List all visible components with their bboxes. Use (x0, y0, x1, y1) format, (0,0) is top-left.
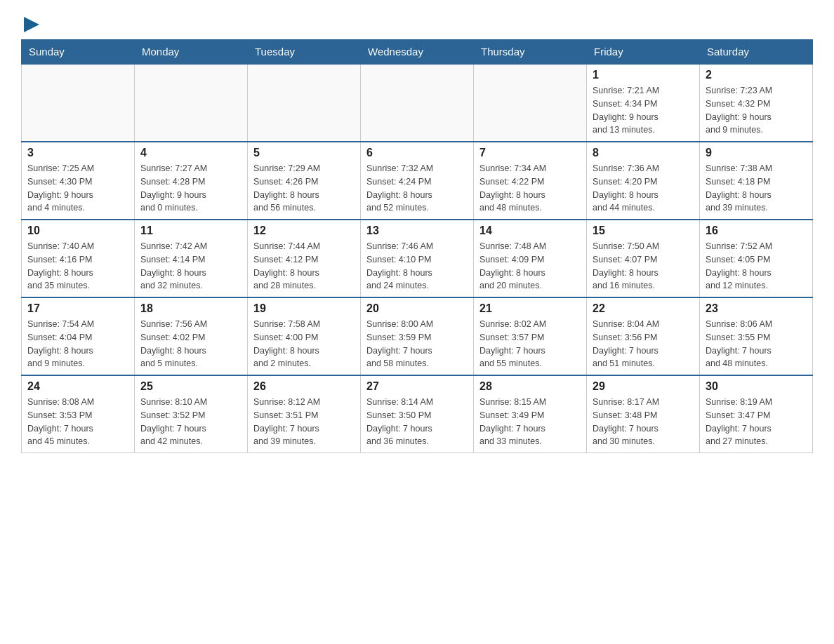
calendar-cell: 13Sunrise: 7:46 AM Sunset: 4:10 PM Dayli… (361, 220, 474, 297)
calendar-cell: 10Sunrise: 7:40 AM Sunset: 4:16 PM Dayli… (22, 220, 135, 297)
day-info: Sunrise: 8:02 AM Sunset: 3:57 PM Dayligh… (479, 318, 581, 370)
day-info: Sunrise: 7:36 AM Sunset: 4:20 PM Dayligh… (593, 162, 694, 215)
calendar-cell: 30Sunrise: 8:19 AM Sunset: 3:47 PM Dayli… (700, 375, 813, 453)
calendar-cell (248, 64, 361, 142)
day-info: Sunrise: 7:21 AM Sunset: 4:34 PM Dayligh… (593, 84, 694, 137)
day-number: 6 (366, 147, 468, 159)
day-number: 27 (366, 380, 468, 393)
day-number: 25 (140, 380, 241, 393)
calendar-cell: 29Sunrise: 8:17 AM Sunset: 3:48 PM Dayli… (587, 375, 700, 453)
day-number: 19 (253, 302, 355, 315)
calendar-week-row: 17Sunrise: 7:54 AM Sunset: 4:04 PM Dayli… (22, 297, 813, 375)
calendar-cell: 2Sunrise: 7:23 AM Sunset: 4:32 PM Daylig… (700, 64, 813, 142)
day-number: 23 (706, 302, 807, 315)
day-info: Sunrise: 8:04 AM Sunset: 3:56 PM Dayligh… (593, 318, 694, 370)
calendar-header-row: SundayMondayTuesdayWednesdayThursdayFrid… (22, 40, 813, 65)
day-info: Sunrise: 7:56 AM Sunset: 4:02 PM Dayligh… (140, 318, 241, 370)
day-info: Sunrise: 7:34 AM Sunset: 4:22 PM Dayligh… (479, 162, 581, 215)
calendar-cell (135, 64, 248, 142)
day-number: 10 (27, 224, 128, 237)
weekday-header-tuesday: Tuesday (248, 40, 361, 65)
weekday-header-monday: Monday (135, 40, 248, 65)
calendar-cell: 7Sunrise: 7:34 AM Sunset: 4:22 PM Daylig… (474, 142, 587, 220)
calendar-cell: 21Sunrise: 8:02 AM Sunset: 3:57 PM Dayli… (474, 297, 587, 375)
day-number: 20 (366, 302, 468, 315)
day-info: Sunrise: 7:38 AM Sunset: 4:18 PM Dayligh… (706, 162, 807, 215)
day-number: 2 (706, 69, 807, 81)
day-info: Sunrise: 8:19 AM Sunset: 3:47 PM Dayligh… (706, 396, 807, 448)
day-info: Sunrise: 7:42 AM Sunset: 4:14 PM Dayligh… (140, 240, 241, 293)
calendar-cell: 18Sunrise: 7:56 AM Sunset: 4:02 PM Dayli… (135, 297, 248, 375)
day-number: 12 (253, 224, 355, 237)
day-number: 16 (706, 224, 807, 237)
logo (21, 14, 39, 32)
day-number: 1 (593, 69, 694, 81)
calendar-table: SundayMondayTuesdayWednesdayThursdayFrid… (21, 39, 813, 453)
day-info: Sunrise: 7:48 AM Sunset: 4:09 PM Dayligh… (479, 240, 581, 293)
logo-arrow-icon (24, 17, 39, 32)
calendar-week-row: 3Sunrise: 7:25 AM Sunset: 4:30 PM Daylig… (22, 142, 813, 220)
day-number: 28 (479, 380, 581, 393)
day-number: 26 (253, 380, 355, 393)
calendar-cell: 23Sunrise: 8:06 AM Sunset: 3:55 PM Dayli… (700, 297, 813, 375)
calendar-cell: 12Sunrise: 7:44 AM Sunset: 4:12 PM Dayli… (248, 220, 361, 297)
day-number: 29 (593, 380, 694, 393)
day-info: Sunrise: 7:58 AM Sunset: 4:00 PM Dayligh… (253, 318, 355, 370)
day-info: Sunrise: 7:32 AM Sunset: 4:24 PM Dayligh… (366, 162, 468, 215)
calendar-cell: 5Sunrise: 7:29 AM Sunset: 4:26 PM Daylig… (248, 142, 361, 220)
day-info: Sunrise: 8:08 AM Sunset: 3:53 PM Dayligh… (27, 396, 128, 448)
calendar-week-row: 24Sunrise: 8:08 AM Sunset: 3:53 PM Dayli… (22, 375, 813, 453)
day-info: Sunrise: 7:23 AM Sunset: 4:32 PM Dayligh… (706, 84, 807, 137)
calendar-cell: 26Sunrise: 8:12 AM Sunset: 3:51 PM Dayli… (248, 375, 361, 453)
calendar-cell: 24Sunrise: 8:08 AM Sunset: 3:53 PM Dayli… (22, 375, 135, 453)
day-number: 24 (27, 380, 128, 393)
calendar-cell: 9Sunrise: 7:38 AM Sunset: 4:18 PM Daylig… (700, 142, 813, 220)
day-number: 15 (593, 224, 694, 237)
day-info: Sunrise: 7:46 AM Sunset: 4:10 PM Dayligh… (366, 240, 468, 293)
calendar-week-row: 10Sunrise: 7:40 AM Sunset: 4:16 PM Dayli… (22, 220, 813, 297)
day-info: Sunrise: 8:15 AM Sunset: 3:49 PM Dayligh… (479, 396, 581, 448)
day-number: 30 (706, 380, 807, 393)
calendar-cell (474, 64, 587, 142)
calendar-cell: 22Sunrise: 8:04 AM Sunset: 3:56 PM Dayli… (587, 297, 700, 375)
weekday-header-sunday: Sunday (22, 40, 135, 65)
calendar-cell: 6Sunrise: 7:32 AM Sunset: 4:24 PM Daylig… (361, 142, 474, 220)
day-number: 5 (253, 147, 355, 159)
day-info: Sunrise: 7:29 AM Sunset: 4:26 PM Dayligh… (253, 162, 355, 215)
weekday-header-saturday: Saturday (700, 40, 813, 65)
page-header (21, 14, 813, 32)
day-info: Sunrise: 7:27 AM Sunset: 4:28 PM Dayligh… (140, 162, 241, 215)
day-info: Sunrise: 8:12 AM Sunset: 3:51 PM Dayligh… (253, 396, 355, 448)
day-info: Sunrise: 8:17 AM Sunset: 3:48 PM Dayligh… (593, 396, 694, 448)
day-info: Sunrise: 7:52 AM Sunset: 4:05 PM Dayligh… (706, 240, 807, 293)
calendar-cell: 28Sunrise: 8:15 AM Sunset: 3:49 PM Dayli… (474, 375, 587, 453)
day-info: Sunrise: 7:40 AM Sunset: 4:16 PM Dayligh… (27, 240, 128, 293)
day-number: 17 (27, 302, 128, 315)
calendar-cell: 11Sunrise: 7:42 AM Sunset: 4:14 PM Dayli… (135, 220, 248, 297)
day-number: 9 (706, 147, 807, 159)
calendar-cell (361, 64, 474, 142)
day-number: 14 (479, 224, 581, 237)
calendar-cell: 15Sunrise: 7:50 AM Sunset: 4:07 PM Dayli… (587, 220, 700, 297)
day-info: Sunrise: 7:50 AM Sunset: 4:07 PM Dayligh… (593, 240, 694, 293)
weekday-header-friday: Friday (587, 40, 700, 65)
calendar-cell: 20Sunrise: 8:00 AM Sunset: 3:59 PM Dayli… (361, 297, 474, 375)
day-info: Sunrise: 7:25 AM Sunset: 4:30 PM Dayligh… (27, 162, 128, 215)
calendar-cell: 8Sunrise: 7:36 AM Sunset: 4:20 PM Daylig… (587, 142, 700, 220)
calendar-cell: 25Sunrise: 8:10 AM Sunset: 3:52 PM Dayli… (135, 375, 248, 453)
day-number: 7 (479, 147, 581, 159)
calendar-cell: 17Sunrise: 7:54 AM Sunset: 4:04 PM Dayli… (22, 297, 135, 375)
calendar-cell: 19Sunrise: 7:58 AM Sunset: 4:00 PM Dayli… (248, 297, 361, 375)
calendar-cell: 14Sunrise: 7:48 AM Sunset: 4:09 PM Dayli… (474, 220, 587, 297)
day-number: 4 (140, 147, 241, 159)
day-number: 8 (593, 147, 694, 159)
day-info: Sunrise: 8:00 AM Sunset: 3:59 PM Dayligh… (366, 318, 468, 370)
day-number: 18 (140, 302, 241, 315)
day-info: Sunrise: 8:14 AM Sunset: 3:50 PM Dayligh… (366, 396, 468, 448)
calendar-cell (22, 64, 135, 142)
day-info: Sunrise: 7:44 AM Sunset: 4:12 PM Dayligh… (253, 240, 355, 293)
day-number: 13 (366, 224, 468, 237)
day-number: 22 (593, 302, 694, 315)
day-number: 3 (27, 147, 128, 159)
weekday-header-thursday: Thursday (474, 40, 587, 65)
